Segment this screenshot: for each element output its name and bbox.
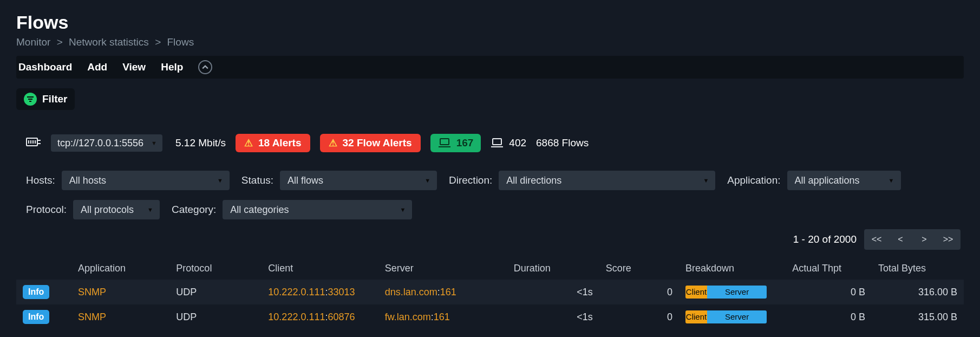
filter-icon [24, 93, 37, 106]
col-info [16, 257, 71, 280]
pager-first[interactable]: << [865, 230, 888, 249]
interface-icon [26, 137, 41, 150]
table-row: InfoSNMPUDP10.222.0.111:60876fw.lan.com:… [16, 304, 964, 329]
flow-alerts-badge[interactable]: ⚠ 32 Flow Alerts [320, 134, 421, 152]
score-cell: 0 [599, 280, 679, 304]
total-bytes-cell: 315.00 B [872, 304, 964, 329]
flows-table: Application Protocol Client Server Durat… [16, 257, 964, 329]
menu-view[interactable]: View [122, 61, 146, 73]
pager-prev[interactable]: < [889, 230, 912, 249]
svg-rect-0 [27, 96, 34, 98]
duration-cell: <1s [507, 304, 599, 329]
client-port[interactable]: 60876 [328, 312, 355, 322]
total-hosts[interactable]: 402 [491, 137, 526, 149]
server-port[interactable]: 161 [434, 312, 450, 322]
actual-thpt-cell: 0 B [786, 304, 872, 329]
table-row: InfoSNMPUDP10.222.0.111:33013dns.lan.com… [16, 280, 964, 304]
svg-rect-5 [493, 139, 501, 145]
laptop-icon [491, 138, 504, 148]
breakdown-server: Server [707, 310, 767, 323]
col-protocol[interactable]: Protocol [169, 257, 262, 280]
interface-select[interactable]: tcp://127.0.0.1:5556 [51, 134, 162, 152]
status-label: Status: [241, 174, 273, 186]
laptop-icon [438, 138, 451, 148]
protocol-label: Protocol: [26, 204, 67, 216]
col-server[interactable]: Server [378, 257, 507, 280]
client-link[interactable]: 10.222.0.111 [268, 287, 325, 297]
breadcrumb-item[interactable]: Network statistics [69, 36, 149, 48]
col-breakdown[interactable]: Breakdown [679, 257, 786, 280]
collapse-icon[interactable] [198, 60, 212, 74]
status-bar: tcp://127.0.0.1:5556 5.12 Mbit/s ⚠ 18 Al… [26, 134, 964, 152]
protocol-cell: UDP [169, 304, 262, 329]
col-client[interactable]: Client [262, 257, 378, 280]
svg-rect-2 [29, 101, 31, 102]
category-label: Category: [172, 204, 216, 216]
breakdown-client: Client [685, 310, 707, 323]
direction-select[interactable]: All directions [499, 171, 715, 190]
pager-last[interactable]: >> [937, 230, 959, 249]
menu-bar: Dashboard Add View Help [16, 56, 964, 79]
total-bytes-cell: 316.00 B [872, 280, 964, 304]
svg-rect-1 [28, 99, 32, 100]
server-link[interactable]: dns.lan.com [385, 287, 437, 297]
application-link[interactable]: SNMP [78, 312, 106, 322]
warning-icon: ⚠ [244, 137, 253, 149]
col-score[interactable]: Score [599, 257, 679, 280]
filters-row: Hosts: All hosts Status: All flows Direc… [26, 171, 964, 219]
active-hosts-count: 167 [456, 137, 474, 149]
breadcrumb: Monitor > Network statistics > Flows [16, 36, 964, 48]
server-port[interactable]: 161 [440, 287, 456, 297]
total-hosts-count: 402 [509, 137, 526, 149]
application-select[interactable]: All applications [787, 171, 901, 190]
breakdown-client: Client [685, 286, 707, 299]
info-button[interactable]: Info [23, 285, 49, 299]
filter-button[interactable]: Filter [16, 88, 75, 110]
direction-label: Direction: [449, 174, 492, 186]
info-button[interactable]: Info [23, 310, 49, 324]
status-select[interactable]: All flows [280, 171, 437, 190]
col-duration[interactable]: Duration [507, 257, 599, 280]
breadcrumb-sep: > [155, 36, 161, 48]
actual-thpt-cell: 0 B [786, 280, 872, 304]
menu-add[interactable]: Add [87, 61, 107, 73]
alerts-text: 18 Alerts [258, 137, 302, 149]
breakdown-bar: ClientServer [685, 310, 767, 323]
filter-label: Filter [42, 93, 67, 105]
menu-dashboard[interactable]: Dashboard [18, 61, 72, 73]
protocol-cell: UDP [169, 280, 262, 304]
duration-cell: <1s [507, 280, 599, 304]
alerts-badge[interactable]: ⚠ 18 Alerts [236, 134, 310, 152]
flow-count: 6868 Flows [536, 137, 589, 149]
hosts-label: Hosts: [26, 174, 55, 186]
breadcrumb-item[interactable]: Flows [167, 36, 194, 48]
breakdown-server: Server [707, 286, 767, 299]
flow-alerts-text: 32 Flow Alerts [343, 137, 412, 149]
active-hosts-badge[interactable]: 167 [430, 134, 481, 152]
breadcrumb-sep: > [57, 36, 63, 48]
client-port[interactable]: 33013 [328, 287, 355, 297]
hosts-select[interactable]: All hosts [62, 171, 230, 190]
application-label: Application: [727, 174, 780, 186]
page-title: Flows [16, 0, 964, 33]
application-link[interactable]: SNMP [78, 287, 106, 297]
pager-next[interactable]: > [913, 230, 936, 249]
col-actual-thpt[interactable]: Actual Thpt [786, 257, 872, 280]
client-link[interactable]: 10.222.0.111 [268, 312, 325, 322]
warning-icon: ⚠ [329, 137, 337, 149]
col-total-bytes[interactable]: Total Bytes [872, 257, 964, 280]
svg-rect-4 [440, 139, 449, 145]
pager: 1 - 20 of 2000 << < > >> [16, 229, 964, 250]
category-select[interactable]: All categories [223, 200, 412, 219]
server-link[interactable]: fw.lan.com [385, 312, 431, 322]
breakdown-bar: ClientServer [685, 286, 767, 299]
breadcrumb-item[interactable]: Monitor [16, 36, 50, 48]
col-application[interactable]: Application [71, 257, 169, 280]
protocol-select[interactable]: All protocols [73, 200, 160, 219]
throughput-rate: 5.12 Mbit/s [175, 137, 226, 149]
menu-help[interactable]: Help [161, 61, 183, 73]
pager-range: 1 - 20 of 2000 [793, 234, 857, 245]
score-cell: 0 [599, 304, 679, 329]
